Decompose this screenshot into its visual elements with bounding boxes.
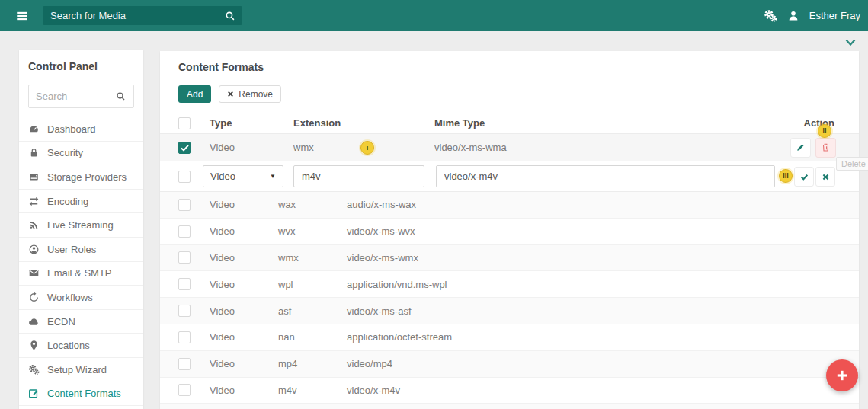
sidebar-item-security[interactable]: Security [19, 142, 143, 166]
row-checkbox[interactable] [178, 358, 191, 370]
user-icon[interactable] [787, 10, 799, 22]
sidebar-item-storage-providers[interactable]: Storage Providers [19, 165, 143, 190]
row-checkbox[interactable] [178, 384, 191, 396]
sidebar-item-encoding[interactable]: Encoding [19, 190, 143, 214]
extension-input[interactable] [293, 165, 424, 187]
cell-extension: wax [278, 199, 347, 210]
cell-mime: video/x-ms-asf [347, 305, 859, 317]
cell-mime: audio/x-ms-wax [347, 199, 859, 210]
delete-button[interactable] [815, 138, 836, 158]
collapse-chevron-icon[interactable] [844, 37, 857, 48]
plus-icon [835, 369, 849, 382]
cell-extension: m4v [278, 385, 347, 396]
sidebar-item-user-roles[interactable]: User Roles [19, 238, 143, 262]
sidebar-item-email-smtp[interactable]: Email & SMTP [19, 262, 143, 286]
cell-extension: wvx [278, 225, 347, 237]
sidebar-search [28, 85, 134, 108]
sidebar-search-icon[interactable] [116, 91, 126, 101]
cell-mime: application/octet-stream [347, 331, 859, 343]
topbar-right: Esther Fray [764, 9, 860, 23]
remove-button-label: Remove [239, 89, 273, 100]
exchange-arrows-icon [28, 196, 40, 207]
cogs-icon [28, 364, 40, 375]
select-all-checkbox[interactable] [178, 117, 191, 129]
media-search-input[interactable] [43, 10, 225, 21]
cell-type: Video [210, 252, 278, 264]
sidebar-item-label: Content Formats [47, 388, 121, 399]
cell-mime: video/mp4 [347, 358, 859, 369]
sidebar-item-setup-wizard[interactable]: Setup Wizard [19, 358, 143, 382]
remove-x-icon [227, 91, 234, 97]
cell-mime: video/x-ms-wma [434, 142, 745, 153]
table-row: Videowplapplication/vnd.ms-wpl [160, 271, 859, 298]
sidebar-item-label: Storage Providers [47, 171, 127, 183]
mime-input[interactable] [436, 165, 775, 187]
row-checkbox[interactable] [178, 278, 191, 290]
cell-extension: wmx i [293, 142, 434, 153]
user-circle-icon [28, 244, 40, 255]
settings-cogs-icon[interactable] [764, 9, 777, 23]
cell-type: Video [210, 279, 278, 290]
table-row: Videowmxvideo/x-ms-wmx [160, 245, 859, 272]
table-row-selected: Video wmx i video/x-ms-wma [160, 134, 859, 161]
table-row-edit: Video ▼ iii [160, 161, 859, 192]
delete-tooltip: Delete [836, 157, 868, 171]
cell-type: Video [210, 331, 278, 343]
table-row: Videoswfapplication/x-shockwave-flash [160, 404, 859, 409]
remove-button[interactable]: Remove [219, 85, 281, 103]
confirm-button[interactable] [794, 167, 814, 187]
sidebar-item-label: Encoding [47, 196, 88, 207]
row-checkbox[interactable] [178, 142, 191, 154]
sidebar-item-live-streaming[interactable]: Live Streaming [19, 213, 143, 238]
cell-type: Video [210, 305, 278, 317]
row-checkbox[interactable] [178, 225, 191, 238]
table-row: Videonanapplication/octet-stream [160, 324, 859, 351]
sidebar-item-content-formats[interactable]: Content Formats [19, 382, 143, 407]
row-checkbox[interactable] [178, 251, 191, 264]
sidebar-item-label: ECDN [47, 316, 75, 328]
header-extension: Extension [293, 117, 434, 129]
toolbar: Add Remove [178, 85, 859, 103]
row-actions [745, 138, 859, 158]
user-name[interactable]: Esther Fray [809, 10, 860, 21]
check-icon [800, 173, 809, 181]
add-button[interactable]: Add [178, 85, 211, 103]
topbar: Esther Fray [0, 0, 868, 31]
sidebar-item-locations[interactable]: Locations [19, 334, 143, 358]
table-row: Videoasfvideo/x-ms-asf [160, 298, 859, 324]
table-header-row: Type Extension Mime Type Action [160, 113, 859, 134]
pencil-icon [796, 142, 806, 152]
row-checkbox[interactable] [178, 305, 191, 317]
sidebar-item-ecdn[interactable]: ECDN [19, 310, 143, 334]
sidebar-item-workflows[interactable]: Workflows [19, 286, 143, 310]
caret-down-icon: ▼ [270, 173, 276, 180]
menu-icon[interactable] [15, 9, 29, 23]
cell-type: Video [210, 385, 278, 396]
cell-extension: mp4 [278, 358, 347, 369]
lock-icon [28, 147, 40, 158]
search-icon[interactable] [225, 11, 235, 21]
sidebar-search-input[interactable] [29, 91, 116, 102]
type-select[interactable]: Video ▼ [203, 165, 283, 187]
type-select-value: Video [210, 171, 235, 182]
sidebar-item-label: Setup Wizard [47, 364, 107, 375]
sidebar-item-label: Live Streaming [47, 219, 114, 231]
cloud-icon [28, 316, 40, 328]
row-checkbox[interactable] [178, 171, 191, 183]
annotation-badge-ii: ii [818, 124, 831, 138]
row-checkbox[interactable] [178, 331, 191, 343]
add-fab[interactable] [826, 359, 858, 391]
sidebar-item-label: Locations [47, 340, 90, 351]
pencil-square-icon [28, 388, 40, 399]
sidebar-item-dashboard[interactable]: Dashboard [19, 117, 143, 142]
cell-mime: video/x-m4v [347, 385, 859, 396]
table-row: Videowaxaudio/x-ms-wax [160, 192, 859, 219]
header-mime: Mime Type [434, 117, 745, 129]
cell-mime: video/x-ms-wvx [347, 225, 859, 237]
cell-type: Video [210, 199, 278, 210]
edit-button[interactable] [790, 138, 811, 158]
sidebar-item-label: Email & SMTP [47, 267, 112, 279]
row-checkbox[interactable] [178, 199, 191, 211]
cancel-button[interactable] [815, 167, 835, 187]
cell-extension: wmx [278, 252, 347, 264]
